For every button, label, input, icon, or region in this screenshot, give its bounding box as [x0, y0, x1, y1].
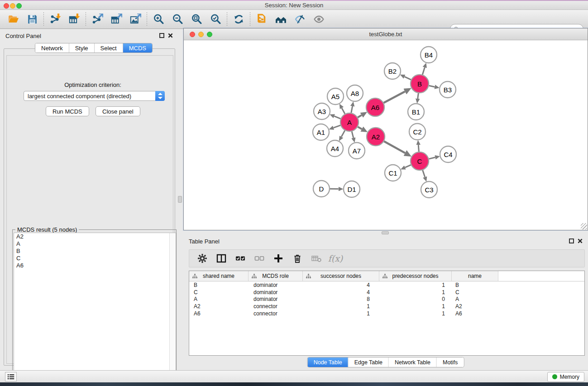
edge-C-C3[interactable]	[423, 170, 425, 177]
edge-A6-B[interactable]	[384, 91, 405, 103]
window-resize-grip[interactable]	[581, 223, 587, 229]
node-A7[interactable]: A7	[349, 143, 365, 159]
table-row[interactable]: Adominator80A	[189, 295, 584, 303]
node-D[interactable]: D	[313, 181, 330, 197]
table-cell[interactable]: A	[452, 295, 498, 303]
node-C[interactable]: C	[411, 152, 429, 170]
save-session-button[interactable]	[23, 11, 42, 28]
column-header-successor-nodes[interactable]: successor nodes	[303, 271, 379, 281]
edge-B-B4[interactable]	[422, 67, 425, 75]
settings-button[interactable]	[194, 251, 211, 266]
export-image-button[interactable]	[126, 11, 145, 28]
network-from-selection-button[interactable]	[252, 11, 271, 28]
node-A3[interactable]: A3	[314, 103, 330, 119]
edge-A-A1[interactable]	[334, 125, 341, 128]
table-cell[interactable]: A6	[189, 310, 249, 317]
table-row[interactable]: A6connector11A6	[189, 310, 584, 317]
close-panel-button[interactable]: Close panel	[96, 106, 140, 116]
table-cell[interactable]: B	[189, 281, 249, 289]
node-C3[interactable]: C3	[421, 181, 437, 198]
column-header-MCDS-role[interactable]: MCDS role	[249, 271, 303, 281]
result-list-scrollbar[interactable]	[169, 233, 176, 381]
result-item[interactable]: C	[14, 255, 176, 262]
table-cell[interactable]: connector	[249, 310, 303, 317]
close-panel-icon[interactable]	[168, 33, 173, 38]
node-A[interactable]: A	[340, 113, 359, 131]
memory-button[interactable]: Memory	[547, 372, 584, 382]
table-cell[interactable]: 1	[379, 310, 452, 317]
select-all-check-button[interactable]	[232, 251, 249, 266]
node-B2[interactable]: B2	[384, 63, 401, 79]
delete-column-button[interactable]	[289, 251, 306, 266]
edge-A-A8[interactable]	[351, 106, 353, 113]
tab-select[interactable]: Select	[95, 43, 123, 52]
hide-details-button[interactable]	[290, 11, 309, 28]
open-session-button[interactable]	[4, 11, 23, 28]
table-cell[interactable]: C	[452, 289, 498, 296]
network-window-titlebar[interactable]: testGlobe.txt	[184, 29, 588, 40]
edge-A-A3[interactable]	[334, 116, 340, 119]
table-cell[interactable]: 8	[303, 295, 379, 303]
node-C4[interactable]: C4	[440, 146, 456, 162]
column-layout-button[interactable]	[213, 251, 230, 266]
edge-A-A2[interactable]	[358, 127, 362, 129]
node-B4[interactable]: B4	[421, 47, 437, 63]
zoom-in-button[interactable]	[149, 11, 168, 28]
delete-table-button[interactable]	[308, 251, 325, 266]
close-traffic-light[interactable]	[4, 3, 9, 9]
tab-style[interactable]: Style	[69, 43, 95, 52]
table-cell[interactable]: B	[452, 281, 498, 289]
node-C1[interactable]: C1	[385, 165, 401, 181]
float-panel-icon[interactable]	[159, 33, 164, 38]
export-network-button[interactable]	[88, 11, 107, 28]
node-A2[interactable]: A2	[367, 128, 385, 146]
network-close-traffic-light[interactable]	[190, 32, 195, 37]
deselect-all-button[interactable]	[251, 251, 268, 266]
table-cell[interactable]: 4	[303, 281, 379, 289]
table-cell[interactable]: 1	[379, 303, 452, 310]
edge-C-C4[interactable]	[429, 157, 435, 159]
tab-mcds[interactable]: MCDS	[123, 43, 152, 52]
node-B[interactable]: B	[411, 75, 429, 93]
table-row[interactable]: Cdominator41C	[189, 289, 584, 296]
optimization-criterion-dropdown[interactable]: largest connected component (directed)	[24, 91, 165, 101]
node-C2[interactable]: C2	[409, 124, 425, 140]
table-cell[interactable]: 1	[379, 289, 452, 296]
export-table-button[interactable]	[107, 11, 126, 28]
edge-A-A7[interactable]	[352, 131, 354, 138]
table-row[interactable]: A2connector11A2	[189, 303, 584, 310]
refresh-button[interactable]	[229, 11, 248, 28]
node-B3[interactable]: B3	[440, 81, 456, 98]
zoom-selected-button[interactable]	[206, 11, 225, 28]
function-builder-button[interactable]: f(x)	[327, 251, 344, 266]
import-network-button[interactable]	[46, 11, 65, 28]
home-button[interactable]	[271, 11, 290, 28]
edge-B-B2[interactable]	[405, 76, 411, 80]
table-cell[interactable]: dominator	[249, 295, 303, 303]
node-A1[interactable]: A1	[313, 124, 329, 140]
tab-edge-table[interactable]: Edge Table	[349, 357, 389, 367]
zoom-traffic-light[interactable]	[16, 3, 22, 9]
node-B1[interactable]: B1	[408, 104, 424, 120]
zoom-fit-button[interactable]	[187, 11, 206, 28]
table-cell[interactable]: connector	[249, 303, 303, 310]
table-cell[interactable]: A2	[452, 303, 498, 310]
column-header-name[interactable]: name	[452, 271, 498, 281]
minimize-traffic-light[interactable]	[10, 3, 15, 9]
table-cell[interactable]: 1	[379, 281, 452, 289]
vertical-splitter-handle[interactable]	[178, 196, 182, 203]
import-table-button[interactable]	[65, 11, 84, 28]
table-row[interactable]: Bdominator41B	[189, 281, 584, 289]
table-cell[interactable]: 1	[303, 303, 379, 310]
table-cell[interactable]: C	[189, 289, 249, 296]
table-cell[interactable]: 0	[379, 295, 452, 303]
task-history-button[interactable]	[5, 372, 17, 381]
show-details-button[interactable]	[309, 11, 328, 28]
edge-A-A6[interactable]	[358, 115, 362, 117]
table-cell[interactable]: dominator	[249, 289, 303, 296]
tab-network[interactable]: Network	[35, 43, 69, 52]
tab-node-table[interactable]: Node Table	[308, 357, 349, 367]
edge-C-C2[interactable]	[418, 145, 419, 152]
tab-motifs[interactable]: Motifs	[437, 357, 464, 367]
node-D1[interactable]: D1	[344, 181, 360, 197]
